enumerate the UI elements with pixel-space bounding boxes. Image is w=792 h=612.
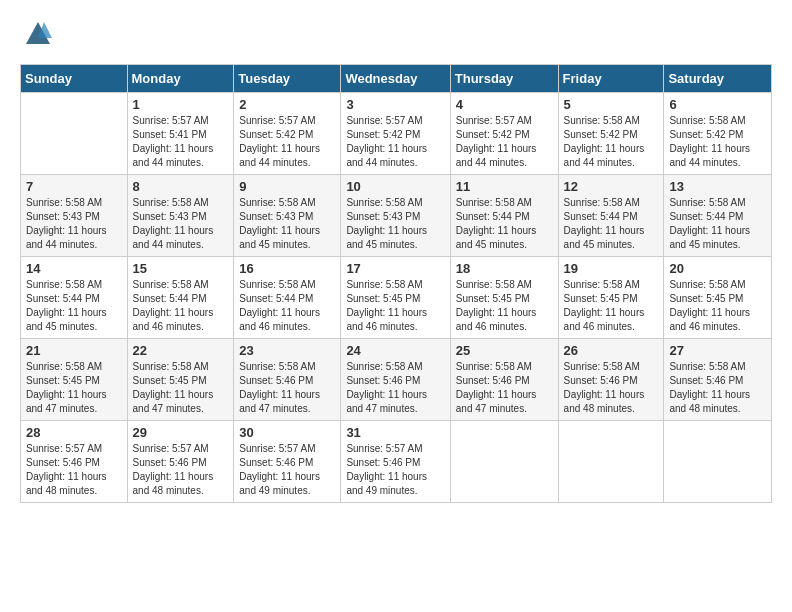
day-number: 15 [133,261,229,276]
calendar-cell: 7Sunrise: 5:58 AM Sunset: 5:43 PM Daylig… [21,175,128,257]
day-detail: Sunrise: 5:57 AM Sunset: 5:42 PM Dayligh… [346,114,444,170]
calendar-cell: 22Sunrise: 5:58 AM Sunset: 5:45 PM Dayli… [127,339,234,421]
calendar-cell: 3Sunrise: 5:57 AM Sunset: 5:42 PM Daylig… [341,93,450,175]
day-number: 17 [346,261,444,276]
day-detail: Sunrise: 5:58 AM Sunset: 5:44 PM Dayligh… [669,196,766,252]
day-detail: Sunrise: 5:58 AM Sunset: 5:45 PM Dayligh… [133,360,229,416]
calendar-cell: 8Sunrise: 5:58 AM Sunset: 5:43 PM Daylig… [127,175,234,257]
day-detail: Sunrise: 5:58 AM Sunset: 5:46 PM Dayligh… [669,360,766,416]
calendar-cell: 12Sunrise: 5:58 AM Sunset: 5:44 PM Dayli… [558,175,664,257]
calendar-week-5: 28Sunrise: 5:57 AM Sunset: 5:46 PM Dayli… [21,421,772,503]
calendar-cell: 17Sunrise: 5:58 AM Sunset: 5:45 PM Dayli… [341,257,450,339]
calendar-cell: 2Sunrise: 5:57 AM Sunset: 5:42 PM Daylig… [234,93,341,175]
day-detail: Sunrise: 5:58 AM Sunset: 5:45 PM Dayligh… [26,360,122,416]
header-cell-monday: Monday [127,65,234,93]
day-number: 6 [669,97,766,112]
header-cell-tuesday: Tuesday [234,65,341,93]
day-number: 28 [26,425,122,440]
calendar-cell: 18Sunrise: 5:58 AM Sunset: 5:45 PM Dayli… [450,257,558,339]
calendar-cell: 21Sunrise: 5:58 AM Sunset: 5:45 PM Dayli… [21,339,128,421]
calendar-week-2: 7Sunrise: 5:58 AM Sunset: 5:43 PM Daylig… [21,175,772,257]
day-number: 16 [239,261,335,276]
calendar-cell: 5Sunrise: 5:58 AM Sunset: 5:42 PM Daylig… [558,93,664,175]
day-detail: Sunrise: 5:57 AM Sunset: 5:46 PM Dayligh… [26,442,122,498]
calendar-cell [450,421,558,503]
day-number: 27 [669,343,766,358]
header-cell-thursday: Thursday [450,65,558,93]
day-detail: Sunrise: 5:57 AM Sunset: 5:42 PM Dayligh… [239,114,335,170]
day-detail: Sunrise: 5:58 AM Sunset: 5:43 PM Dayligh… [239,196,335,252]
day-number: 5 [564,97,659,112]
calendar-cell [664,421,772,503]
calendar-body: 1Sunrise: 5:57 AM Sunset: 5:41 PM Daylig… [21,93,772,503]
day-detail: Sunrise: 5:58 AM Sunset: 5:43 PM Dayligh… [133,196,229,252]
day-detail: Sunrise: 5:58 AM Sunset: 5:45 PM Dayligh… [564,278,659,334]
day-detail: Sunrise: 5:57 AM Sunset: 5:46 PM Dayligh… [239,442,335,498]
day-number: 11 [456,179,553,194]
day-number: 7 [26,179,122,194]
day-detail: Sunrise: 5:58 AM Sunset: 5:44 PM Dayligh… [456,196,553,252]
calendar-cell: 14Sunrise: 5:58 AM Sunset: 5:44 PM Dayli… [21,257,128,339]
calendar-cell: 20Sunrise: 5:58 AM Sunset: 5:45 PM Dayli… [664,257,772,339]
day-number: 12 [564,179,659,194]
calendar-cell: 23Sunrise: 5:58 AM Sunset: 5:46 PM Dayli… [234,339,341,421]
calendar-cell: 6Sunrise: 5:58 AM Sunset: 5:42 PM Daylig… [664,93,772,175]
day-detail: Sunrise: 5:58 AM Sunset: 5:45 PM Dayligh… [669,278,766,334]
calendar-week-1: 1Sunrise: 5:57 AM Sunset: 5:41 PM Daylig… [21,93,772,175]
header-row: SundayMondayTuesdayWednesdayThursdayFrid… [21,65,772,93]
day-detail: Sunrise: 5:57 AM Sunset: 5:46 PM Dayligh… [346,442,444,498]
page-header [20,20,772,48]
day-number: 13 [669,179,766,194]
day-detail: Sunrise: 5:58 AM Sunset: 5:44 PM Dayligh… [564,196,659,252]
day-number: 21 [26,343,122,358]
day-detail: Sunrise: 5:58 AM Sunset: 5:46 PM Dayligh… [346,360,444,416]
calendar-cell: 31Sunrise: 5:57 AM Sunset: 5:46 PM Dayli… [341,421,450,503]
day-number: 31 [346,425,444,440]
day-number: 20 [669,261,766,276]
day-detail: Sunrise: 5:57 AM Sunset: 5:41 PM Dayligh… [133,114,229,170]
calendar-header: SundayMondayTuesdayWednesdayThursdayFrid… [21,65,772,93]
header-cell-wednesday: Wednesday [341,65,450,93]
day-detail: Sunrise: 5:58 AM Sunset: 5:44 PM Dayligh… [239,278,335,334]
day-number: 1 [133,97,229,112]
day-number: 26 [564,343,659,358]
calendar-cell: 24Sunrise: 5:58 AM Sunset: 5:46 PM Dayli… [341,339,450,421]
calendar-table: SundayMondayTuesdayWednesdayThursdayFrid… [20,64,772,503]
day-number: 19 [564,261,659,276]
calendar-cell: 13Sunrise: 5:58 AM Sunset: 5:44 PM Dayli… [664,175,772,257]
day-detail: Sunrise: 5:58 AM Sunset: 5:43 PM Dayligh… [346,196,444,252]
day-detail: Sunrise: 5:58 AM Sunset: 5:42 PM Dayligh… [669,114,766,170]
day-number: 4 [456,97,553,112]
day-detail: Sunrise: 5:58 AM Sunset: 5:46 PM Dayligh… [456,360,553,416]
calendar-cell: 25Sunrise: 5:58 AM Sunset: 5:46 PM Dayli… [450,339,558,421]
day-number: 22 [133,343,229,358]
header-cell-sunday: Sunday [21,65,128,93]
header-cell-saturday: Saturday [664,65,772,93]
day-detail: Sunrise: 5:58 AM Sunset: 5:43 PM Dayligh… [26,196,122,252]
header-cell-friday: Friday [558,65,664,93]
calendar-cell: 1Sunrise: 5:57 AM Sunset: 5:41 PM Daylig… [127,93,234,175]
day-detail: Sunrise: 5:58 AM Sunset: 5:44 PM Dayligh… [133,278,229,334]
day-number: 10 [346,179,444,194]
day-number: 29 [133,425,229,440]
day-detail: Sunrise: 5:58 AM Sunset: 5:45 PM Dayligh… [456,278,553,334]
day-number: 24 [346,343,444,358]
calendar-cell: 11Sunrise: 5:58 AM Sunset: 5:44 PM Dayli… [450,175,558,257]
calendar-cell: 16Sunrise: 5:58 AM Sunset: 5:44 PM Dayli… [234,257,341,339]
day-number: 25 [456,343,553,358]
day-number: 14 [26,261,122,276]
day-detail: Sunrise: 5:58 AM Sunset: 5:45 PM Dayligh… [346,278,444,334]
day-number: 23 [239,343,335,358]
calendar-week-3: 14Sunrise: 5:58 AM Sunset: 5:44 PM Dayli… [21,257,772,339]
calendar-cell: 29Sunrise: 5:57 AM Sunset: 5:46 PM Dayli… [127,421,234,503]
calendar-cell: 30Sunrise: 5:57 AM Sunset: 5:46 PM Dayli… [234,421,341,503]
day-detail: Sunrise: 5:57 AM Sunset: 5:42 PM Dayligh… [456,114,553,170]
day-number: 30 [239,425,335,440]
day-number: 18 [456,261,553,276]
day-number: 8 [133,179,229,194]
calendar-cell: 19Sunrise: 5:58 AM Sunset: 5:45 PM Dayli… [558,257,664,339]
day-detail: Sunrise: 5:58 AM Sunset: 5:46 PM Dayligh… [239,360,335,416]
day-detail: Sunrise: 5:58 AM Sunset: 5:44 PM Dayligh… [26,278,122,334]
day-detail: Sunrise: 5:58 AM Sunset: 5:42 PM Dayligh… [564,114,659,170]
day-number: 3 [346,97,444,112]
